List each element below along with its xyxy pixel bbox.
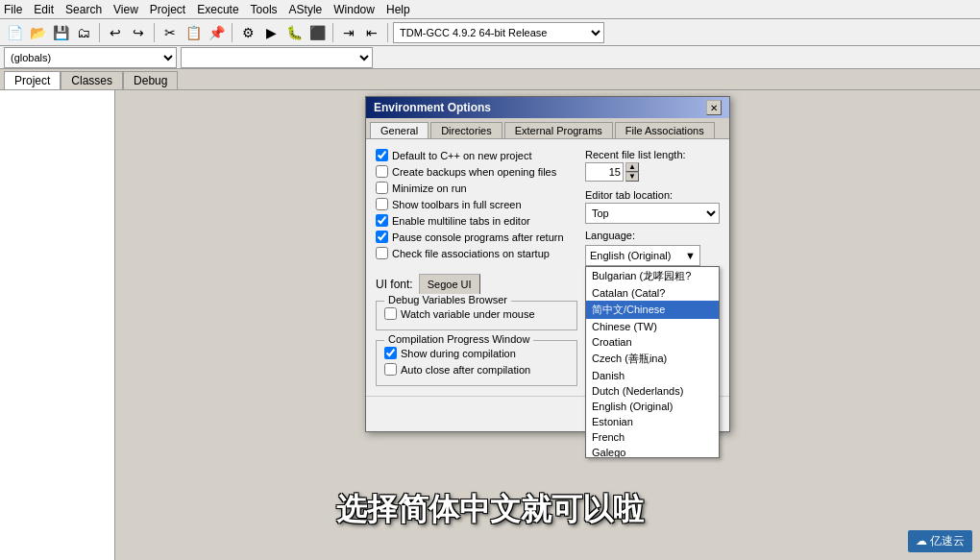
recent-file-input[interactable]: 15 [585,162,624,182]
compilation-group-box: Compilation Progress Window Show during … [376,340,577,386]
menu-execute[interactable]: Execute [197,3,238,16]
cut-button[interactable]: ✂ [159,22,181,43]
show-toolbars-label: Show toolbars in full screen [392,199,522,210]
lang-item-english[interactable]: English (Original) [586,399,719,414]
minimize-on-run-label: Minimize on run [392,183,467,194]
check-file-assoc-checkbox[interactable] [376,247,388,259]
dialog-tab-directories[interactable]: Directories [430,122,502,138]
spin-up[interactable]: ▲ [625,162,639,172]
unindent-button[interactable]: ⇤ [361,22,382,43]
menu-help[interactable]: Help [386,3,410,16]
lang-item-chinese-simplified[interactable]: 简中文/Chinese [586,301,719,319]
lang-item-bulgarian[interactable]: Bulgarian (龙哮园粗? [586,267,719,285]
dropdown-arrow-icon: ▼ [685,250,696,261]
right-options-panel: Recent file list length: 15 ▲ ▼ Editor t… [585,149,720,266]
lang-item-catalan[interactable]: Catalan (Catal? [586,285,719,301]
save-all-button[interactable]: 🗂 [73,22,94,43]
sep2 [154,23,155,42]
show-during-compilation-label: Show during compilation [401,348,516,359]
save-button[interactable]: 💾 [50,22,71,43]
run-button[interactable]: ▶ [260,22,282,43]
pause-console-checkbox[interactable] [376,231,388,243]
auto-close-compilation-checkbox[interactable] [384,363,397,376]
undo-button[interactable]: ↩ [105,22,126,43]
dialog-title: Environment Options [374,101,491,114]
menu-project[interactable]: Project [150,3,185,16]
show-toolbars-checkbox[interactable] [376,198,388,210]
debug-checkbox-row: Watch variable under mouse [384,307,569,320]
environment-options-dialog: Environment Options ✕ General Directorie… [365,96,730,432]
menu-file[interactable]: File [4,3,22,16]
sidebar-panel [0,90,115,560]
dialog-tab-file-assoc[interactable]: File Associations [615,122,715,138]
main-toolbar: 📄 📂 💾 🗂 ↩ ↪ ✂ 📋 📌 ⚙ ▶ 🐛 ⬛ ⇥ ⇤ TDM-GCC 4.… [0,19,980,46]
show-during-compilation-checkbox[interactable] [384,347,397,359]
spin-down[interactable]: ▼ [625,172,639,182]
sep4 [332,23,333,42]
menu-astyle[interactable]: AStyle [289,3,323,16]
lang-item-danish[interactable]: Danish [586,368,719,383]
lang-item-dutch[interactable]: Dutch (Nederlands) [586,383,719,399]
editor-tab-label: Editor tab location: [585,189,720,201]
lang-item-czech[interactable]: Czech (善瓶ina) [586,350,719,368]
menu-tools[interactable]: Tools [251,3,278,16]
checkbox-row-3: Show toolbars in full screen [376,198,576,210]
spin-buttons: ▲ ▼ [625,162,639,182]
debug-group-box: Debug Variables Browser Watch variable u… [376,301,577,330]
minimize-on-run-checkbox[interactable] [376,182,388,194]
default-cpp-checkbox[interactable] [376,149,388,161]
language-dropdown-container: English (Original) ▼ Bulgarian (龙哮园粗? Ca… [585,245,720,266]
menu-edit[interactable]: Edit [34,3,54,16]
language-list[interactable]: Bulgarian (龙哮园粗? Catalan (Catal? 简中文/Chi… [585,266,720,458]
stop-button[interactable]: ⬛ [306,22,328,43]
dialog-tab-external[interactable]: External Programs [504,122,613,138]
redo-button[interactable]: ↪ [128,22,149,43]
second-toolbar: (globals) [0,46,980,69]
paste-button[interactable]: 📌 [206,22,227,43]
tab-project[interactable]: Project [4,71,61,89]
dialog-tab-general[interactable]: General [370,122,429,138]
watermark-icon: ☁ [916,534,927,548]
globals-dropdown[interactable]: (globals) [4,47,177,68]
sep3 [232,23,233,42]
ui-font-button[interactable]: Segoe UI [419,274,480,295]
compilation-group-title: Compilation Progress Window [384,333,533,345]
lang-item-croatian[interactable]: Croatian [586,334,719,350]
recent-file-spinner: 15 ▲ ▼ [585,162,720,182]
dialog-close-button[interactable]: ✕ [706,100,722,115]
language-dropdown-header[interactable]: English (Original) ▼ [585,245,700,266]
tab-classes[interactable]: Classes [61,71,123,89]
multiline-tabs-checkbox[interactable] [376,214,388,227]
menu-view[interactable]: View [113,3,138,16]
project-tabs: Project Classes Debug [0,69,980,90]
debug-group-title: Debug Variables Browser [384,294,511,305]
recent-file-label: Recent file list length: [585,149,720,160]
menu-search[interactable]: Search [65,3,102,16]
lang-item-french[interactable]: French [586,429,719,445]
checkbox-row-0: Default to C++ on new project [376,149,576,161]
create-backups-checkbox[interactable] [376,165,388,178]
scope-dropdown[interactable] [181,47,373,68]
lang-item-estonian[interactable]: Estonian [586,414,719,429]
lang-item-galego[interactable]: Galego [586,445,719,458]
open-button[interactable]: 📂 [27,22,48,43]
general-options-section: Default to C++ on new project Create bac… [376,149,576,266]
watermark-text: 亿速云 [930,534,965,548]
lang-item-chinese-tw[interactable]: Chinese (TW) [586,319,719,334]
compiler-dropdown[interactable]: TDM-GCC 4.9.2 64-bit Release [393,22,604,43]
copy-button[interactable]: 📋 [183,22,204,43]
indent-button[interactable]: ⇥ [338,22,359,43]
check-file-assoc-label: Check file associations on startup [392,248,550,259]
new-button[interactable]: 📄 [4,22,25,43]
default-cpp-label: Default to C++ on new project [392,150,532,161]
menu-window[interactable]: Window [333,3,375,16]
tab-debug[interactable]: Debug [123,71,178,89]
debug-button[interactable]: 🐛 [283,22,305,43]
language-current-value: English (Original) [590,250,671,261]
compile-button[interactable]: ⚙ [237,22,258,43]
editor-tab-select[interactable]: Top [585,203,720,224]
ui-font-label: UI font: [376,278,413,291]
sep5 [387,23,388,42]
checkbox-row-6: Check file associations on startup [376,247,576,259]
watch-variable-checkbox[interactable] [384,307,397,320]
